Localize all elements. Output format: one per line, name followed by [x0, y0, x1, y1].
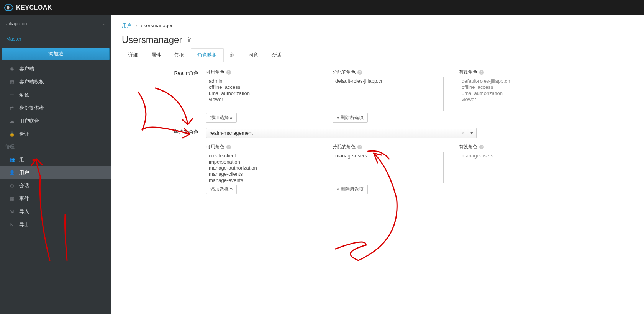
list-icon: ☰: [9, 92, 15, 98]
role-option[interactable]: uma_authorization: [206, 90, 317, 96]
role-option: viewer: [459, 96, 570, 103]
layers-icon: ▧: [9, 79, 15, 85]
client-effective-col: 有效角色 ? manage-users: [459, 144, 570, 194]
lock-icon: 🔒: [9, 131, 15, 137]
user-icon: 👤: [9, 170, 15, 175]
tab-credentials[interactable]: 凭据: [168, 48, 191, 62]
cloud-icon: ☁: [9, 118, 15, 124]
export-icon: ⇱: [9, 222, 15, 227]
realm-effective-col: 有效角色 ? default-roles-jiliapp.cn offline_…: [459, 69, 570, 123]
sidebar-item-user-federation[interactable]: ☁用户联合: [0, 114, 111, 128]
client-available-select[interactable]: create-client impersonation manage-autho…: [206, 152, 317, 183]
nav-configure-group: ◉客户端 ▧客户端模板 ☰角色 ⇄身份提供者 ☁用户联合 🔒验证: [0, 62, 111, 141]
calendar-icon: ▦: [9, 196, 15, 201]
tab-details[interactable]: 详细: [122, 48, 145, 62]
master-realm-link[interactable]: Master: [0, 32, 111, 46]
page-title-row: Usersmanager 🗑: [122, 34, 633, 45]
group-icon: 👥: [9, 157, 15, 162]
tab-sessions[interactable]: 会话: [265, 48, 288, 62]
sidebar-item-import[interactable]: ⇲导入: [0, 205, 111, 218]
role-option[interactable]: offline_access: [206, 84, 317, 90]
breadcrumb: 用户 › usersmanager: [122, 22, 633, 29]
help-icon[interactable]: ?: [226, 70, 231, 75]
client-assigned-col: 分配的角色 ? manage-users « 删除所选项: [333, 144, 444, 194]
remove-selected-button[interactable]: « 删除所选项: [333, 113, 368, 123]
sidebar-item-export[interactable]: ⇱导出: [0, 218, 111, 231]
keycloak-icon: [4, 4, 14, 11]
sidebar-item-sessions[interactable]: ◷会话: [0, 179, 111, 192]
tab-groups[interactable]: 组: [224, 48, 242, 62]
client-roles-select-row: 客户端角色 realm-management × ▾: [122, 128, 633, 138]
realm-assigned-col: 分配的角色 ? default-roles-jiliapp.cn « 删除所选项: [333, 69, 444, 123]
add-realm-button[interactable]: 添加域: [2, 48, 110, 60]
clear-icon[interactable]: ×: [461, 130, 464, 136]
realm-effective-select: default-roles-jiliapp.cn offline_access …: [459, 77, 570, 111]
realm-available-select[interactable]: admin offline_access uma_authorization v…: [206, 77, 317, 111]
delete-user-icon[interactable]: 🗑: [186, 36, 192, 43]
sidebar-item-clients[interactable]: ◉客户端: [0, 62, 111, 75]
tab-attributes[interactable]: 属性: [145, 48, 168, 62]
tabs: 详细 属性 凭据 角色映射 组 同意 会话: [122, 48, 633, 62]
client-roles-row: 可用角色 ? create-client impersonation manag…: [122, 144, 633, 194]
sidebar-item-client-templates[interactable]: ▧客户端模板: [0, 75, 111, 88]
svg-marker-1: [7, 6, 10, 10]
help-icon[interactable]: ?: [226, 145, 231, 149]
exchange-icon: ⇄: [9, 105, 15, 111]
add-selected-button[interactable]: 添加选择 »: [206, 113, 237, 123]
client-selected-value: realm-management: [210, 130, 253, 136]
tab-role-mappings[interactable]: 角色映射: [191, 48, 224, 62]
client-effective-select: manage-users: [459, 152, 570, 183]
tab-consents[interactable]: 同意: [242, 48, 265, 62]
role-option[interactable]: manage-users: [333, 153, 443, 159]
client-available-col: 可用角色 ? create-client impersonation manag…: [206, 144, 317, 194]
globe-icon: ◉: [9, 66, 15, 72]
nav-manage-group: 👥组 👤用户 ◷会话 ▦事件 ⇲导入 ⇱导出: [0, 153, 111, 231]
breadcrumb-current: usersmanager: [141, 23, 173, 28]
realm-selector[interactable]: Jiliapp.cn ⌄: [0, 15, 111, 32]
brand-text: KEYCLOAK: [16, 4, 52, 11]
help-icon[interactable]: ?: [479, 145, 484, 149]
realm-roles-row: Realm角色 可用角色 ? admin offline_access uma_…: [122, 69, 633, 123]
role-option: manage-users: [459, 153, 570, 159]
client-select-dropdown[interactable]: realm-management × ▾: [206, 128, 477, 138]
realm-assigned-select[interactable]: default-roles-jiliapp.cn: [333, 77, 444, 111]
sidebar: Jiliapp.cn ⌄ Master 添加域 ◉客户端 ▧客户端模板 ☰角色 …: [0, 15, 111, 314]
role-option[interactable]: admin: [206, 78, 317, 84]
help-icon[interactable]: ?: [357, 145, 362, 149]
add-selected-button[interactable]: 添加选择 »: [206, 185, 237, 194]
sidebar-item-users[interactable]: 👤用户: [0, 166, 111, 179]
sidebar-item-authentication[interactable]: 🔒验证: [0, 128, 111, 141]
realm-available-col: 可用角色 ? admin offline_access uma_authoriz…: [206, 69, 317, 123]
nav-section-manage: 管理: [0, 141, 111, 153]
clock-icon: ◷: [9, 183, 15, 188]
role-option[interactable]: create-client: [206, 153, 317, 159]
remove-selected-button[interactable]: « 删除所选项: [333, 185, 368, 194]
role-option[interactable]: manage-events: [206, 177, 317, 183]
role-option: default-roles-jiliapp.cn: [459, 78, 570, 84]
sidebar-item-roles[interactable]: ☰角色: [0, 88, 111, 101]
topbar: KEYCLOAK: [0, 0, 644, 15]
role-option[interactable]: manage-authorization: [206, 165, 317, 171]
sidebar-item-identity-providers[interactable]: ⇄身份提供者: [0, 101, 111, 114]
realm-roles-label: Realm角色: [122, 69, 206, 77]
brand-logo[interactable]: KEYCLOAK: [4, 4, 52, 11]
main-content: 用户 › usersmanager Usersmanager 🗑 详细 属性 凭…: [111, 15, 644, 314]
client-roles-label: 客户端角色: [122, 128, 206, 136]
role-option[interactable]: manage-clients: [206, 171, 317, 177]
chevron-down-icon: ⌄: [102, 21, 105, 26]
help-icon[interactable]: ?: [357, 70, 362, 75]
role-option[interactable]: impersonation: [206, 159, 317, 165]
role-option[interactable]: default-roles-jiliapp.cn: [333, 78, 443, 84]
chevron-down-icon[interactable]: ▾: [467, 130, 473, 136]
page-title: Usersmanager: [122, 34, 182, 45]
realm-name: Jiliapp.cn: [6, 21, 27, 26]
help-icon[interactable]: ?: [479, 70, 484, 75]
sidebar-item-events[interactable]: ▦事件: [0, 192, 111, 205]
role-option: offline_access: [459, 84, 570, 90]
import-icon: ⇲: [9, 209, 15, 214]
breadcrumb-users-link[interactable]: 用户: [122, 23, 132, 28]
client-assigned-select[interactable]: manage-users: [333, 152, 444, 183]
breadcrumb-separator: ›: [136, 23, 137, 28]
role-option[interactable]: viewer: [206, 96, 317, 103]
sidebar-item-groups[interactable]: 👥组: [0, 153, 111, 166]
